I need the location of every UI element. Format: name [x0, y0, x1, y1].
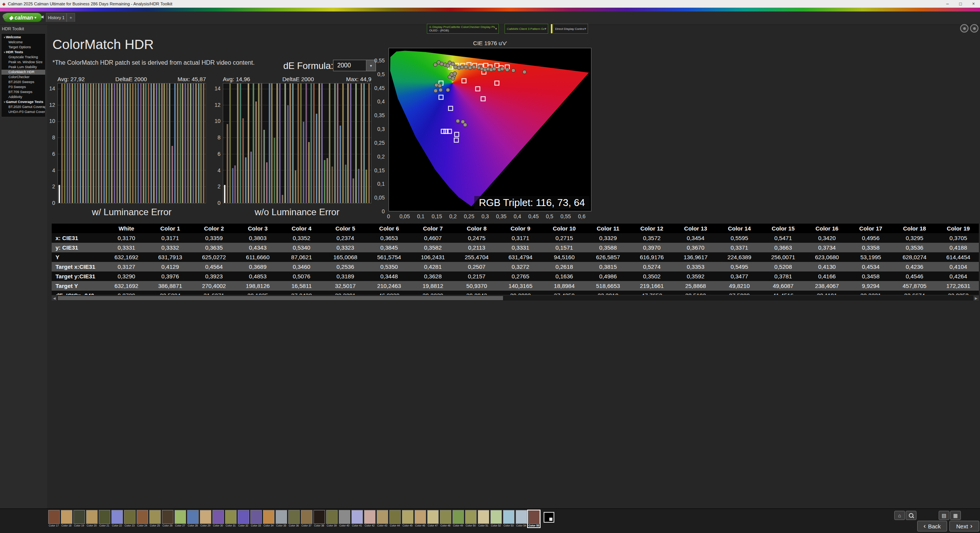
deltaE-bar	[132, 83, 134, 203]
column-header: Color 17	[849, 224, 892, 233]
meter-dropdown[interactable]: i1 Display Pro/Calibrite ColorChecker Di…	[427, 24, 499, 34]
sidebar-item-peak-vs-window-size[interactable]: Peak vs. Window Size	[2, 60, 45, 65]
patch-color-42[interactable]: Color 42	[363, 510, 376, 528]
patch-color-35[interactable]: Color 35	[275, 510, 287, 528]
patch-color-30[interactable]: Color 30	[212, 510, 224, 528]
patch-color-40[interactable]: Color 40	[338, 510, 351, 528]
table-cell: 0,3420	[805, 233, 849, 243]
table-scrollbar[interactable]: ◀ ▶	[52, 296, 979, 301]
tree-section[interactable]: ▾Welcome	[2, 35, 45, 40]
patch-color-22[interactable]: Color 22	[111, 510, 123, 528]
tab-history-1[interactable]: History 1	[46, 13, 67, 22]
patch-color-32[interactable]: Color 32	[237, 510, 250, 528]
patch-color-50[interactable]: Color 50	[464, 510, 477, 528]
scrollbar-thumb[interactable]	[58, 296, 503, 300]
sidebar-item-p3-sweeps[interactable]: P3 Sweeps	[2, 85, 45, 90]
pattern-generator-dropdown[interactable]: CalMAN Client 3 Pattern Generator ▾	[505, 24, 548, 34]
close-button[interactable]: ×	[967, 0, 980, 8]
calman-logo-menu[interactable]: ◈ calman ▾	[3, 13, 42, 22]
patch-color-51[interactable]: Color 51	[477, 510, 490, 528]
sidebar-item-welcome[interactable]: Welcome	[2, 40, 45, 45]
report-icon[interactable]: ▤	[939, 511, 949, 520]
scroll-right-icon[interactable]: ▶	[973, 296, 979, 301]
patch-swatch	[452, 510, 464, 524]
home-icon[interactable]: ⌂	[894, 511, 905, 520]
patch-color-53[interactable]: Color 53	[502, 510, 515, 528]
patch-color-54[interactable]: Color 54	[515, 510, 528, 528]
sidebar-item-grayscale-tracking[interactable]: Grayscale Tracking	[2, 55, 45, 60]
table-cell: 47,7652	[630, 291, 674, 295]
pattern-preview-button[interactable]	[544, 512, 554, 523]
patch-color-36[interactable]: Color 36	[287, 510, 300, 528]
minimize-button[interactable]: –	[941, 0, 954, 8]
patch-color-29[interactable]: Color 29	[199, 510, 212, 528]
patch-color-45[interactable]: Color 45	[401, 510, 414, 528]
sidebar-item-uhda-p3-gamut-coverage[interactable]: UHDA-P3 Gamut Coverage	[2, 110, 45, 114]
sidebar-item-colormatch-hdr[interactable]: ColorMatch HDR	[2, 70, 45, 75]
scroll-left-icon[interactable]: ◀	[52, 296, 57, 301]
maximize-button[interactable]: □	[954, 0, 967, 8]
sidebar-item-bt-2020-sweeps[interactable]: BT.2020 Sweeps	[2, 80, 45, 85]
patch-color-18[interactable]: Color 18	[60, 510, 73, 528]
sidebar-item-target-options[interactable]: Target Options	[2, 45, 45, 50]
table-cell: 0,3329	[586, 233, 630, 243]
patch-label: Color 35	[275, 524, 287, 528]
gear-icon[interactable]	[960, 24, 969, 33]
next-button[interactable]: Next ›	[949, 521, 979, 531]
sidebar-item-colorchecker[interactable]: ColorChecker	[2, 75, 45, 80]
deltaE-bar	[74, 83, 76, 203]
patch-color-48[interactable]: Color 48	[439, 510, 452, 528]
patch-color-33[interactable]: Color 33	[250, 510, 262, 528]
deltaE-bar	[161, 83, 163, 203]
patch-color-24[interactable]: Color 24	[136, 510, 149, 528]
sidebar-item-peak-lum-stability[interactable]: Peak Lum Stability	[2, 65, 45, 70]
patch-color-26[interactable]: Color 26	[161, 510, 174, 528]
cie-x-label: 0,6	[576, 213, 588, 219]
table-cell: 270,4002	[192, 281, 236, 291]
patch-color-39[interactable]: Color 39	[325, 510, 338, 528]
deltaE-bar	[203, 83, 204, 203]
patch-color-37[interactable]: Color 37	[300, 510, 313, 528]
search-icon[interactable]	[906, 511, 916, 520]
display-control-dropdown[interactable]: Direct Display Control ▾	[553, 24, 588, 34]
sidebar-tree: ▾WelcomeWelcomeTarget Options▾HDR TestsG…	[1, 33, 46, 117]
client-gear-icon[interactable]	[3, 14, 8, 19]
table-cell: 0,2507	[455, 262, 498, 271]
patch-color-46[interactable]: Color 46	[414, 510, 426, 528]
cie-x-axis: 00,050,10,150,20,250,30,350,40,450,50,55…	[389, 213, 597, 220]
patch-color-25[interactable]: Color 25	[149, 510, 161, 528]
patch-color-21[interactable]: Color 21	[98, 510, 111, 528]
patch-swatch	[427, 510, 439, 524]
patch-label: Color 23	[123, 524, 136, 528]
patch-color-31[interactable]: Color 31	[224, 510, 237, 528]
patch-color-17[interactable]: Color 17	[47, 510, 60, 528]
layout-icon[interactable]: ▦	[950, 511, 961, 520]
sidebar-collapse-button[interactable]: ◀	[41, 15, 44, 19]
sidebar-item-additivity[interactable]: Additivity	[2, 95, 45, 100]
patch-color-49[interactable]: Color 49	[452, 510, 464, 528]
patch-color-38[interactable]: Color 38	[313, 510, 325, 528]
table-cell: 0,3272	[498, 262, 542, 271]
patch-color-28[interactable]: Color 28	[186, 510, 199, 528]
sidebar-item-bt-2020-gamut-coverage[interactable]: BT.2020 Gamut Coverage	[2, 105, 45, 110]
patch-color-23[interactable]: Color 23	[123, 510, 136, 528]
measured-marker	[456, 119, 460, 123]
sidebar-item-bt-709-sweeps[interactable]: BT.709 Sweeps	[2, 90, 45, 95]
add-tab-button[interactable]: +	[67, 13, 75, 22]
patch-color-20[interactable]: Color 20	[85, 510, 98, 528]
tree-section[interactable]: ▾Gamut Coverage Tests	[2, 100, 45, 105]
patch-color-47[interactable]: Color 47	[426, 510, 439, 528]
patch-color-27[interactable]: Color 27	[174, 510, 186, 528]
patch-color-19[interactable]: Color 19	[73, 510, 85, 528]
patch-color-34[interactable]: Color 34	[262, 510, 275, 528]
patch-color-44[interactable]: Color 44	[389, 510, 401, 528]
patch-color-55[interactable]: Color 55	[528, 510, 540, 528]
back-button[interactable]: ‹ Back	[917, 521, 947, 531]
chart-title: DeltaE 2000	[115, 76, 147, 82]
patch-color-43[interactable]: Color 43	[376, 510, 389, 528]
patch-color-41[interactable]: Color 41	[351, 510, 363, 528]
patch-color-52[interactable]: Color 52	[490, 510, 502, 528]
table-cell: 37,4350	[542, 291, 586, 295]
settings-icon[interactable]	[970, 24, 978, 33]
tree-section[interactable]: ▾HDR Tests	[2, 50, 45, 55]
